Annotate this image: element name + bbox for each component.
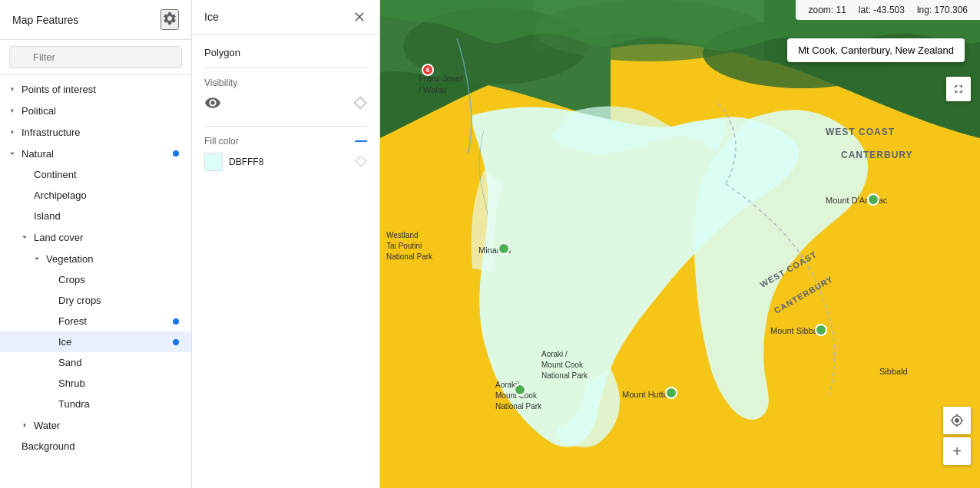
color-swatch[interactable] [204,153,223,171]
panel-title: Map Features [12,14,78,26]
tree-item-archipelago[interactable]: Archipelago [0,185,191,206]
zoom-in-button[interactable]: + [943,437,971,465]
map-svg [380,0,980,488]
chevron-icon-political [6,104,18,117]
map-controls: + [943,407,971,465]
map-pin-darchiac [867,193,879,206]
active-dot-forest [173,318,179,325]
geolocate-button[interactable] [943,407,971,434]
tree-label-tundra: Tundra [58,398,179,410]
map-pin-sibbald [815,324,827,336]
close-button[interactable] [352,9,367,25]
tree-item-political[interactable]: Political [0,100,191,121]
map-pin-franz-josef: 6 [422,64,434,76]
chevron-icon-vegetation [31,252,43,265]
tree-label-water: Water [34,420,179,431]
chevron-icon-natural [6,147,18,160]
tree-label-background: Background [22,440,179,452]
tree-label-continent: Continent [34,169,179,180]
left-panel: Map Features Points of interestPolitical… [0,0,192,488]
fullscreen-button[interactable] [946,77,971,101]
visibility-eye-icon[interactable] [204,94,221,114]
tree-item-land-cover[interactable]: Land cover [0,226,191,248]
tree-item-background[interactable]: Background [0,436,191,457]
lng-value: 170.306 [935,5,968,15]
tree-item-vegetation[interactable]: Vegetation [0,248,191,269]
lat-value: -43.503 [873,5,905,15]
zoom-value: 11 [836,5,846,15]
tree-item-ice[interactable]: Ice [0,331,191,352]
tree-label-points-of-interest: Points of interest [22,84,179,95]
tree-item-crops[interactable]: Crops [0,269,191,290]
tree-item-tundra[interactable]: Tundra [0,394,191,414]
tree-label-forest: Forest [58,315,170,327]
map-area[interactable]: zoom: 11 lat: -43.503 lng: 170.306 Mt Co… [380,0,980,488]
tree-label-shrub: Shrub [58,378,179,389]
tree-label-sand: Sand [58,357,179,368]
map-pin-hutton [665,387,677,399]
map-pin-aoraki [514,384,526,396]
tree-label-infrastructure: Infrastructure [22,127,179,138]
tree-label-crops: Crops [58,274,179,285]
settings-button[interactable] [161,9,179,30]
fill-color-minus-icon [355,140,367,142]
panel-header: Map Features [0,0,191,40]
tree-label-archipelago: Archipelago [34,190,179,201]
visibility-diamond-icon[interactable] [353,96,367,112]
tree-item-forest[interactable]: Forest [0,311,191,331]
tree-item-dry-crops[interactable]: Dry crops [0,290,191,311]
location-tag: Mt Cook, Canterbury, New Zealand [787,38,965,62]
middle-body: Polygon Visibility Fill color DBFFF8 [192,35,379,183]
chevron-icon-water [18,419,31,431]
middle-header: Ice [192,0,379,35]
polygon-label: Polygon [204,47,367,58]
active-dot-natural [173,150,179,157]
color-hex-value: DBFFF8 [229,157,349,167]
tree-item-natural[interactable]: Natural [0,143,191,164]
tree-label-ice: Ice [58,336,170,348]
tree-label-land-cover: Land cover [34,232,179,243]
tree-item-sand[interactable]: Sand [0,352,191,373]
tree-item-shrub[interactable]: Shrub [0,373,191,394]
tree-item-island[interactable]: Island [0,206,191,226]
visibility-label: Visibility [204,77,367,88]
chevron-icon-land-cover [18,231,31,243]
lng-display: lng: 170.306 [917,5,968,15]
tree-list: Points of interestPoliticalInfrastructur… [0,75,191,488]
visibility-row [204,94,367,114]
map-pin-minarets [498,242,510,255]
fill-color-label: Fill color [204,136,367,147]
tree-item-continent[interactable]: Continent [0,164,191,185]
filter-bar [0,40,191,75]
map-top-bar: zoom: 11 lat: -43.503 lng: 170.306 [796,0,980,20]
lat-display: lat: -43.503 [859,5,905,15]
tree-item-water[interactable]: Water [0,414,191,436]
middle-title: Ice [204,11,219,23]
color-diamond-icon[interactable] [355,155,367,170]
tree-label-vegetation: Vegetation [46,253,179,265]
tree-item-infrastructure[interactable]: Infrastructure [0,121,191,143]
active-dot-ice [173,339,179,345]
chevron-icon-points-of-interest [6,83,18,95]
filter-input[interactable] [9,46,182,68]
color-input-row: DBFFF8 [204,153,367,171]
middle-panel: Ice Polygon Visibility Fill color [192,0,380,488]
zoom-label: zoom: 11 [808,5,846,15]
tree-label-dry-crops: Dry crops [58,295,179,306]
tree-label-island: Island [34,210,179,222]
tree-item-points-of-interest[interactable]: Points of interest [0,78,191,100]
tree-label-political: Political [22,105,179,117]
tree-label-natural: Natural [22,148,170,160]
chevron-icon-infrastructure [6,126,18,138]
